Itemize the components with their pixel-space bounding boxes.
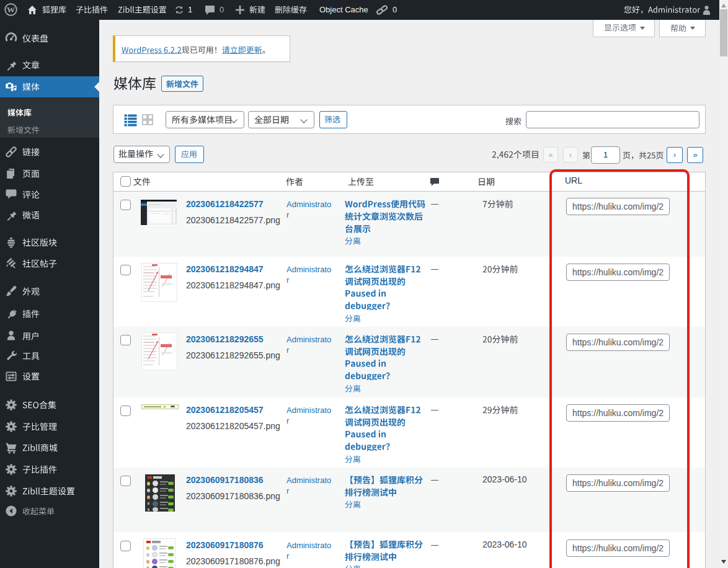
svg-text:W: W — [7, 5, 16, 14]
